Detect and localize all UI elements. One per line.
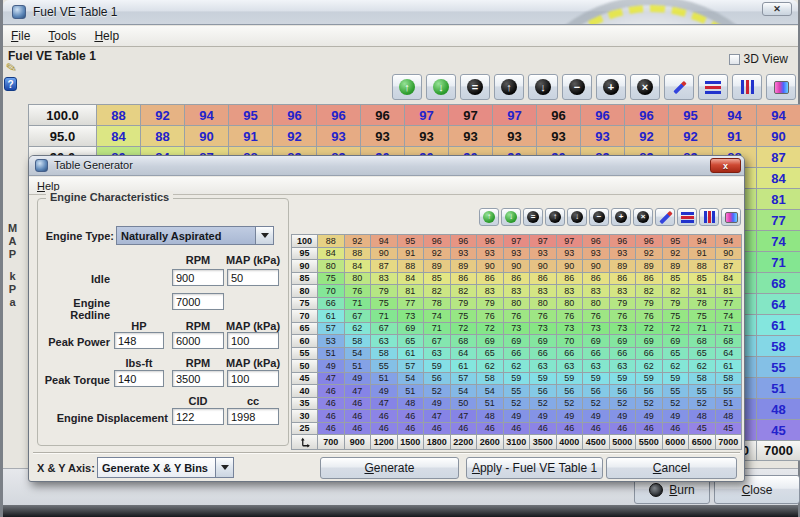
mini-ve-cell[interactable]: 62 [345, 323, 372, 336]
main-ve-cell[interactable]: 58 [757, 336, 800, 357]
mini-ve-cell[interactable]: 88 [398, 260, 425, 273]
mini-ve-cell[interactable]: 59 [530, 373, 557, 386]
mini-ve-cell[interactable]: 72 [451, 323, 478, 336]
mini-ve-cell[interactable]: 52 [557, 398, 584, 411]
mini-ve-cell[interactable]: 96 [451, 235, 478, 248]
mini-y-bin-header[interactable]: 25 [292, 423, 318, 436]
mini-ve-cell[interactable]: 63 [371, 335, 398, 348]
scale-down-button[interactable]: ↓ [426, 74, 456, 100]
multiply-button[interactable]: × [633, 208, 653, 226]
mini-ve-cell[interactable]: 46 [451, 423, 478, 436]
mini-ve-cell[interactable]: 66 [530, 348, 557, 361]
mini-ve-cell[interactable]: 47 [345, 385, 372, 398]
mini-ve-cell[interactable]: 73 [557, 323, 584, 336]
mini-y-bin-header[interactable]: 65 [292, 323, 318, 336]
mini-ve-cell[interactable]: 88 [689, 260, 716, 273]
mini-x-bin-header[interactable]: 1500 [398, 435, 425, 450]
mini-ve-cell[interactable]: 49 [345, 373, 372, 386]
shift-down-button[interactable]: ↓ [528, 74, 558, 100]
main-ve-cell[interactable]: 91 [713, 126, 757, 147]
mini-ve-cell[interactable]: 50 [451, 398, 478, 411]
mini-x-bin-header[interactable]: 700 [318, 435, 345, 450]
mini-ve-cell[interactable]: 80 [318, 260, 345, 273]
mini-ve-cell[interactable]: 75 [318, 273, 345, 286]
main-ve-cell[interactable]: 90 [185, 126, 229, 147]
mini-ve-cell[interactable]: 71 [371, 310, 398, 323]
mini-ve-cell[interactable]: 71 [424, 323, 451, 336]
axis-mode-select[interactable]: Generate X & Y Bins [97, 457, 234, 478]
mini-ve-cell[interactable]: 66 [318, 298, 345, 311]
mini-ve-cell[interactable]: 64 [451, 348, 478, 361]
mini-ve-cell[interactable]: 59 [610, 373, 637, 386]
mini-ve-cell[interactable]: 82 [451, 285, 478, 298]
mini-ve-cell[interactable]: 65 [689, 348, 716, 361]
main-ve-cell[interactable]: 71 [757, 252, 800, 273]
mini-x-bin-header[interactable]: 2200 [451, 435, 478, 450]
mini-ve-cell[interactable]: 86 [451, 273, 478, 286]
redline-rpm-field[interactable] [172, 293, 224, 310]
mini-ve-cell[interactable]: 90 [530, 260, 557, 273]
mini-ve-cell[interactable]: 75 [663, 310, 690, 323]
main-ve-cell[interactable]: 45 [757, 420, 800, 441]
mini-ve-cell[interactable]: 76 [583, 310, 610, 323]
mini-ve-cell[interactable]: 86 [557, 273, 584, 286]
mini-ve-cell[interactable]: 90 [583, 260, 610, 273]
main-x-bin-header[interactable]: 7000 [757, 441, 800, 461]
main-ve-cell[interactable]: 77 [757, 210, 800, 231]
mini-y-bin-header[interactable]: 85 [292, 273, 318, 286]
mini-ve-cell[interactable]: 51 [345, 360, 372, 373]
mini-ve-cell[interactable]: 72 [477, 323, 504, 336]
shift-up-button[interactable]: ↑ [545, 208, 565, 226]
mini-ve-cell[interactable]: 56 [636, 385, 663, 398]
mini-ve-cell[interactable]: 90 [504, 260, 531, 273]
mini-ve-cell[interactable]: 82 [663, 285, 690, 298]
main-ve-cell[interactable]: 93 [581, 126, 625, 147]
mini-ve-cell[interactable]: 46 [636, 423, 663, 436]
main-ve-cell[interactable]: 96 [581, 105, 625, 126]
mini-ve-cell[interactable]: 46 [318, 423, 345, 436]
mini-ve-cell[interactable]: 90 [477, 260, 504, 273]
mini-ve-cell[interactable]: 49 [663, 410, 690, 423]
mini-ve-cell[interactable]: 86 [477, 273, 504, 286]
mini-ve-cell[interactable]: 66 [557, 348, 584, 361]
mini-x-bin-header[interactable]: 5000 [610, 435, 637, 450]
scale-down-button[interactable]: ↓ [501, 208, 521, 226]
mini-ve-cell[interactable]: 61 [716, 360, 743, 373]
main-ve-cell[interactable]: 93 [405, 126, 449, 147]
mini-ve-cell[interactable]: 56 [583, 385, 610, 398]
mini-ve-cell[interactable]: 90 [716, 248, 743, 261]
interpolate-horizontal-button[interactable] [698, 74, 728, 100]
mini-x-bin-header[interactable]: 4000 [557, 435, 584, 450]
mini-ve-cell[interactable]: 83 [610, 285, 637, 298]
mini-ve-cell[interactable]: 83 [477, 285, 504, 298]
main-ve-cell[interactable]: 94 [185, 105, 229, 126]
multiply-button[interactable]: × [630, 74, 660, 100]
displacement-cid-field[interactable] [172, 408, 224, 425]
mini-ve-cell[interactable]: 81 [398, 285, 425, 298]
main-ve-cell[interactable]: 96 [361, 105, 405, 126]
mini-y-bin-header[interactable]: 75 [292, 298, 318, 311]
idle-map-field[interactable] [227, 269, 279, 286]
mini-ve-cell[interactable]: 85 [424, 273, 451, 286]
mini-ve-cell[interactable]: 46 [530, 423, 557, 436]
main-y-bin-header[interactable]: 95.0 [29, 126, 97, 147]
main-ve-cell[interactable]: 81 [757, 189, 800, 210]
mini-ve-cell[interactable]: 76 [557, 310, 584, 323]
menu-tools[interactable]: Tools [48, 29, 76, 43]
mini-ve-cell[interactable]: 89 [424, 260, 451, 273]
mini-ve-cell[interactable]: 62 [663, 360, 690, 373]
mini-ve-cell[interactable]: 69 [583, 335, 610, 348]
mini-ve-cell[interactable]: 51 [398, 385, 425, 398]
main-y-bin-header[interactable]: 100.0 [29, 105, 97, 126]
mini-ve-cell[interactable]: 49 [371, 385, 398, 398]
mini-ve-cell[interactable]: 85 [663, 273, 690, 286]
peak-power-map-field[interactable] [227, 332, 279, 349]
mini-ve-cell[interactable]: 52 [663, 398, 690, 411]
mini-ve-cell[interactable]: 77 [716, 298, 743, 311]
mini-ve-cell[interactable]: 66 [504, 348, 531, 361]
main-ve-cell[interactable]: 90 [757, 126, 800, 147]
main-ve-cell[interactable]: 93 [493, 126, 537, 147]
mini-ve-cell[interactable]: 83 [583, 285, 610, 298]
mini-ve-cell[interactable]: 79 [636, 298, 663, 311]
main-ve-cell[interactable]: 51 [757, 378, 800, 399]
